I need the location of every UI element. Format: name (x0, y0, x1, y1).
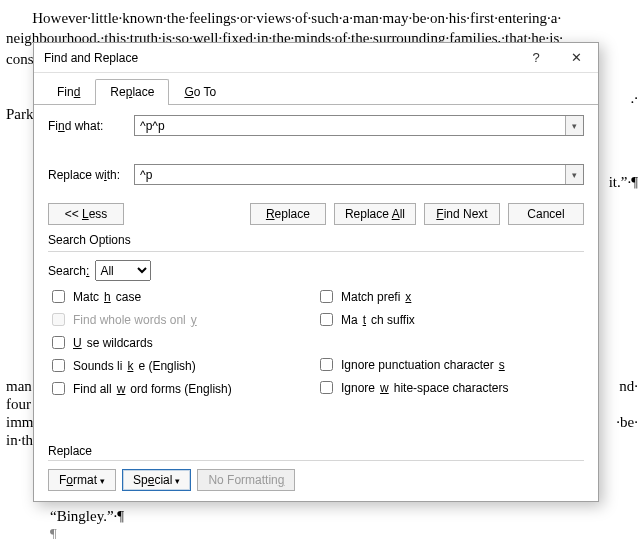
find-what-input[interactable] (135, 116, 565, 135)
find-replace-dialog: Find and Replace ? ✕ Find Replace Go To … (33, 42, 599, 502)
chevron-down-icon[interactable]: ▾ (565, 165, 583, 184)
format-button[interactable]: Format▾ (48, 469, 116, 491)
doc-frag: .· (631, 88, 639, 108)
match-case-checkbox[interactable]: Match case (48, 287, 316, 306)
ignore-punct-checkbox[interactable]: Ignore punctuation characters (316, 355, 584, 374)
tabs: Find Replace Go To (34, 73, 598, 105)
replace-with-input[interactable] (135, 165, 565, 184)
find-what-label: Find what: (48, 119, 134, 133)
sounds-like-checkbox[interactable]: Sounds like (English) (48, 356, 316, 375)
tab-replace[interactable]: Replace (95, 79, 169, 104)
titlebar: Find and Replace ? ✕ (34, 43, 598, 73)
doc-frag: it.”·¶ (609, 172, 638, 192)
match-suffix-checkbox[interactable]: Match suffix (316, 310, 584, 329)
word-forms-checkbox[interactable]: Find all word forms (English) (48, 379, 316, 398)
doc-frag: nd· (619, 376, 638, 396)
less-button[interactable]: << Less (48, 203, 124, 225)
whole-words-checkbox: Find whole words only (48, 310, 316, 329)
chevron-down-icon[interactable]: ▾ (565, 116, 583, 135)
doc-frag: in·th (6, 430, 33, 450)
wildcards-checkbox[interactable]: Use wildcards (48, 333, 316, 352)
doc-line: However·little·known·the·feelings·or·vie… (6, 8, 638, 28)
replace-group-label: Replace (48, 444, 584, 458)
search-direction-label: Search: (48, 264, 89, 278)
caret-down-icon: ▾ (100, 476, 105, 486)
dialog-title: Find and Replace (44, 51, 516, 65)
help-icon: ? (532, 50, 539, 65)
close-icon: ✕ (571, 50, 582, 65)
tab-find[interactable]: Find (42, 79, 95, 104)
match-prefix-checkbox[interactable]: Match prefix (316, 287, 584, 306)
help-button[interactable]: ? (516, 44, 556, 72)
replace-with-label: Replace with: (48, 168, 134, 182)
doc-frag: “Bingley.”·¶ (50, 506, 124, 526)
search-options-label: Search Options (48, 233, 584, 247)
caret-down-icon: ▾ (175, 476, 180, 486)
close-button[interactable]: ✕ (556, 44, 596, 72)
ignore-whitespace-checkbox[interactable]: Ignore white-space characters (316, 378, 584, 397)
divider (48, 251, 584, 252)
special-button[interactable]: Special▾ (122, 469, 191, 491)
replace-with-combo[interactable]: ▾ (134, 164, 584, 185)
replace-button[interactable]: Replace (250, 203, 326, 225)
doc-frag: ·be· (616, 412, 638, 432)
find-next-button[interactable]: Find Next (424, 203, 500, 225)
divider (48, 460, 584, 461)
doc-frag: Park (6, 104, 34, 124)
find-what-combo[interactable]: ▾ (134, 115, 584, 136)
pilcrow: ¶ (50, 524, 57, 539)
cancel-button[interactable]: Cancel (508, 203, 584, 225)
tab-goto[interactable]: Go To (169, 79, 231, 104)
no-formatting-button: No Formatting (197, 469, 295, 491)
replace-all-button[interactable]: Replace All (334, 203, 416, 225)
search-direction-select[interactable]: All (95, 260, 151, 281)
